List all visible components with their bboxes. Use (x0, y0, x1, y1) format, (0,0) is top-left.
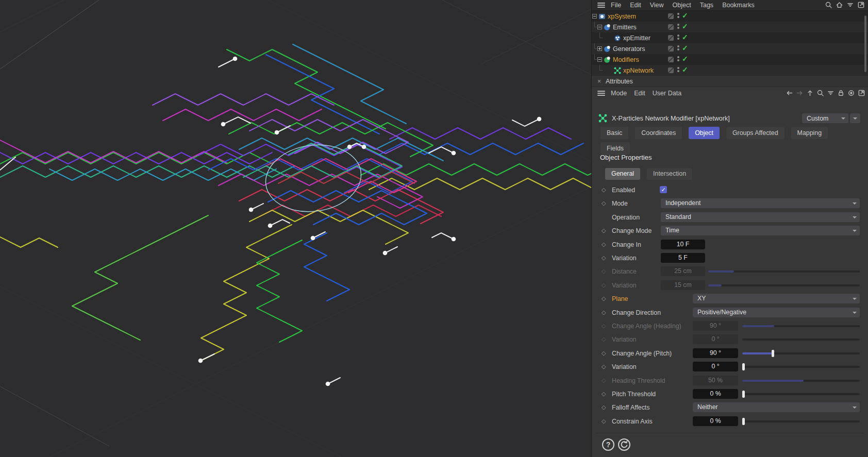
tab-general[interactable]: General (605, 168, 640, 180)
attributes-hamburger-icon[interactable] (597, 91, 605, 96)
slider-track[interactable] (742, 393, 860, 395)
object-row-xpemitter[interactable]: xpEmitter✓ (592, 32, 868, 43)
slider-handle[interactable] (742, 391, 745, 398)
dropdown-change-mode[interactable]: Time (661, 226, 860, 235)
keyframe-diamond-icon[interactable]: ◇ (602, 350, 606, 357)
enabled-check-icon[interactable]: ✓ (682, 65, 688, 74)
dropdown-operation[interactable]: Standard (661, 212, 860, 222)
enable-dots-toggle[interactable] (677, 45, 679, 50)
keyframe-diamond-icon[interactable]: ◇ (602, 309, 606, 316)
keyframe-diamond-icon[interactable]: ◇ (602, 268, 606, 275)
slider-handle[interactable] (742, 418, 745, 425)
dropdown-falloff-affects[interactable]: Neither (693, 402, 860, 412)
slider-handle[interactable] (772, 350, 774, 357)
enable-dots-toggle[interactable] (677, 35, 679, 40)
slider-track[interactable] (742, 352, 860, 354)
keyframe-diamond-icon[interactable]: ◇ (602, 282, 606, 289)
enabled-check-icon[interactable]: ✓ (682, 11, 688, 20)
dropdown-plane[interactable]: XY (693, 294, 860, 303)
3d-viewport[interactable] (0, 0, 591, 457)
attributes-menu-user-data[interactable]: User Data (653, 90, 681, 97)
enable-dots-toggle[interactable] (677, 67, 679, 72)
object-row-generators[interactable]: Generators✓ (592, 43, 868, 54)
new-window-icon[interactable] (858, 89, 865, 97)
value-field-constrain-axis[interactable]: 0 % (693, 416, 738, 426)
keyframe-diamond-icon[interactable]: ◇ (602, 255, 606, 261)
enable-dots-toggle[interactable] (677, 56, 679, 61)
attributes-menu-edit[interactable]: Edit (634, 90, 645, 97)
value-field-distance[interactable]: 25 cm (661, 266, 705, 276)
search-icon[interactable] (816, 89, 824, 97)
layer-square-icon[interactable] (668, 13, 674, 19)
object-row-emitters[interactable]: Emitters✓ (592, 22, 868, 32)
value-field-change-in[interactable]: 10 F (661, 240, 705, 249)
tab-coordinates[interactable]: Coordinates (635, 127, 682, 139)
object-row-xpnetwork[interactable]: xpNetwork✓ (592, 65, 868, 76)
expand-toggle[interactable] (597, 46, 602, 51)
enabled-check-icon[interactable]: ✓ (682, 44, 688, 52)
object-row-modifiers[interactable]: Modifiers✓ (592, 54, 868, 65)
tab-groups-affected[interactable]: Groups Affected (726, 127, 784, 139)
keyframe-diamond-icon[interactable]: ◇ (602, 377, 606, 384)
keyframe-diamond-icon[interactable]: ◇ (602, 418, 606, 425)
help-button[interactable]: ? (602, 438, 615, 451)
slider-track[interactable] (742, 420, 860, 422)
filter-icon[interactable] (827, 89, 834, 97)
attributes-menu-mode[interactable]: Mode (611, 90, 627, 97)
slider-track[interactable] (708, 284, 860, 286)
layer-square-icon[interactable] (668, 24, 674, 30)
layer-square-icon[interactable] (668, 67, 674, 73)
filter-icon[interactable] (846, 1, 854, 9)
keyframe-diamond-icon[interactable]: ◇ (602, 391, 606, 397)
close-icon[interactable]: × (597, 78, 601, 85)
value-field-variation[interactable]: 15 cm (661, 280, 705, 290)
layer-square-icon[interactable] (668, 46, 674, 52)
keyframe-diamond-icon[interactable]: ◇ (602, 404, 606, 411)
object-row-xpsystem[interactable]: xpSystem✓ (592, 11, 868, 22)
enabled-check-icon[interactable]: ✓ (682, 55, 688, 63)
enabled-check-icon[interactable]: ✓ (682, 33, 688, 41)
layer-square-icon[interactable] (668, 57, 674, 62)
tab-mapping[interactable]: Mapping (791, 127, 828, 139)
tab-object[interactable]: Object (689, 127, 720, 139)
keyframe-diamond-icon[interactable]: ◇ (602, 336, 606, 343)
menu-hamburger-icon[interactable] (597, 3, 605, 8)
preset-dropdown-button[interactable] (850, 113, 860, 123)
value-field-variation[interactable]: 5 F (661, 253, 705, 263)
enabled-checkbox[interactable]: ✓ (660, 186, 667, 193)
menu-item-tags[interactable]: Tags (700, 2, 713, 9)
keyframe-diamond-icon[interactable]: ◇ (602, 187, 606, 193)
keyframe-diamond-icon[interactable]: ◇ (602, 295, 606, 302)
slider-track[interactable] (742, 338, 860, 341)
lock-icon[interactable] (837, 89, 845, 97)
enabled-check-icon[interactable]: ✓ (682, 22, 688, 30)
slider-track[interactable] (742, 325, 860, 327)
keyframe-diamond-icon[interactable]: ◇ (602, 241, 606, 248)
menu-item-object[interactable]: Object (673, 2, 691, 9)
new-window-icon[interactable] (857, 1, 865, 9)
keyframe-diamond-icon[interactable]: ◇ (602, 323, 606, 329)
search-icon[interactable] (825, 1, 832, 9)
keyframe-diamond-icon[interactable]: ◇ (602, 363, 606, 370)
slider-track[interactable] (708, 270, 860, 273)
tab-basic[interactable]: Basic (600, 127, 628, 139)
tab-intersection[interactable]: Intersection (647, 168, 692, 180)
value-field-variation[interactable]: 0 ° (693, 334, 738, 344)
keyframe-diamond-icon[interactable]: ◇ (602, 200, 606, 207)
keyframe-diamond-icon[interactable]: ◇ (602, 227, 606, 234)
home-icon[interactable] (836, 1, 843, 9)
preset-dropdown[interactable]: Custom (802, 113, 848, 123)
object-manager-scrollbar[interactable] (864, 15, 866, 72)
value-field-change-angle-heading-[interactable]: 90 ° (693, 321, 738, 331)
value-field-pitch-threshold[interactable]: 0 % (693, 389, 738, 399)
dropdown-mode[interactable]: Independent (661, 198, 860, 208)
menu-item-view[interactable]: View (650, 2, 664, 9)
forward-arrow-icon[interactable] (796, 89, 804, 97)
enable-dots-toggle[interactable] (677, 13, 679, 18)
target-icon[interactable] (847, 89, 855, 97)
back-arrow-icon[interactable] (786, 89, 793, 97)
menu-item-bookmarks[interactable]: Bookmarks (722, 2, 755, 9)
value-field-variation[interactable]: 0 ° (693, 362, 738, 371)
enable-dots-toggle[interactable] (677, 24, 679, 29)
layer-square-icon[interactable] (668, 35, 674, 41)
